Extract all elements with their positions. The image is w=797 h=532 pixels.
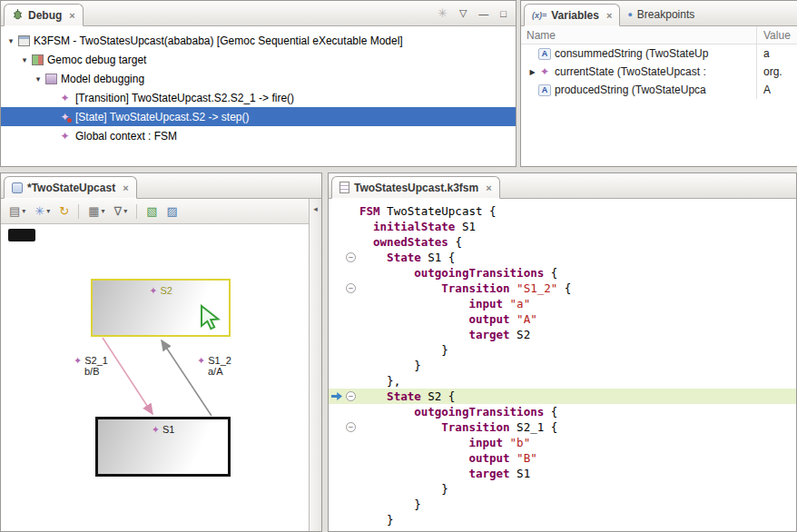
keyword-token: target [468,328,509,341]
maximize-icon[interactable]: □ [500,8,507,19]
tab-debug-label: Debug [28,9,62,22]
plain-token: S2 [510,328,531,341]
debug-tree-item[interactable]: ✦[Transition] TwoStateUpcast.S2.S2_1 -> … [1,88,516,107]
dropdown-arrow-icon[interactable]: ▾ [22,207,25,215]
tab-variables-label: Variables [551,9,599,22]
variables-icon: (x)= [532,11,546,20]
transition-label-S1_2[interactable]: ✦ S1_2 a/A [197,355,231,377]
tab-breakpoints-label: Breakpoints [637,8,694,21]
palette-collapse-icon[interactable]: ◂ [313,204,318,213]
code-gutter [329,342,359,358]
code-text: output "B" [359,450,537,466]
disconnect-icon[interactable]: ✳ [438,6,448,20]
code-text: } [359,342,448,358]
variable-name: producedString (TwoStateUpca [555,84,706,96]
instruction-pointer-icon [331,392,342,400]
code-line: } [329,342,796,358]
dropdown-arrow-icon[interactable]: ▾ [123,207,127,215]
code-gutter [329,311,359,327]
layers-icon: ▤ [9,204,20,218]
layers-button[interactable]: ▤▾ [6,202,28,220]
plain-token [359,467,468,480]
dropdown-arrow-icon[interactable]: ▾ [101,207,104,215]
close-icon[interactable]: × [69,10,74,21]
variables-table-header: Name Value [521,26,797,44]
plain-token [359,251,387,264]
diagram-canvas[interactable]: ✦S2 ✦S1 ✦ S2_1 b/B ✦ S1_2 a/A [1,224,309,531]
code-text: State S1 { [359,250,455,265]
string-token: "b" [510,436,531,449]
fold-marker-icon[interactable]: − [346,422,356,432]
code-line: − State S1 { [329,250,796,265]
tab-diagram-editor[interactable]: *TwoStateUpcast × [4,176,137,199]
variable-row[interactable]: AproducedString (TwoStateUpcaA [521,81,797,99]
debug-tree-item[interactable]: ✦[State] TwoStateUpcast.S2 -> step() [1,107,516,126]
code-text: FSM TwoStateUpcast { [359,203,497,219]
close-icon[interactable]: × [123,182,128,193]
variable-name-cell: ▶✦currentState (TwoStateUpcast : [521,63,757,81]
dropdown-arrow-icon[interactable]: ▾ [46,207,50,215]
expander-icon[interactable]: ▾ [32,74,44,84]
diamond-current-icon: ✦ [58,111,72,123]
select-button[interactable]: ✳▾ [32,202,53,220]
transition-edge-S1_2[interactable] [162,340,212,416]
variable-row[interactable]: ▶✦currentState (TwoStateUpcast :org. [521,63,797,81]
expander-icon[interactable]: ▶ [526,68,538,76]
funnel-button[interactable]: ∇▾ [111,202,130,220]
code-text: } [359,497,421,512]
column-header-value[interactable]: Value [757,29,791,42]
code-area[interactable]: FSM TwoStateUpcast { initialState S1 own… [329,199,796,527]
transition-label-S2_1[interactable]: ✦ S2_1 b/B [74,355,108,377]
close-icon[interactable]: × [486,182,491,193]
fold-marker-icon[interactable]: − [346,391,356,401]
code-line: input "a" [329,296,796,311]
variable-row[interactable]: AconsummedString (TwoStateUpa [521,44,797,63]
debug-tree-item[interactable]: ▾K3FSM - TwoStatesUpcast(abababa) [Gemoc… [1,31,516,50]
tab-code-editor[interactable]: TwoStatesUpcast.k3fsm × [331,176,500,199]
expander-icon[interactable]: ▾ [18,55,31,64]
transition-edge-S2_1[interactable] [103,338,153,414]
code-gutter [329,435,359,450]
debug-tree-item[interactable]: ▾Gemoc debug target [1,50,516,69]
code-gutter [329,219,359,234]
plain-token [359,451,468,465]
view-menu-icon[interactable]: ▽ [459,7,467,19]
code-gutter [329,497,359,512]
close-icon[interactable]: × [606,10,612,21]
export-table-icon: ▧ [146,204,157,218]
state-diamond-icon: ✦ [152,424,160,435]
debug-tree-item[interactable]: ▾Model debugging [1,69,516,88]
k3fsm-file-icon [339,182,349,193]
code-gutter [329,450,359,466]
transition-diamond-icon: ✦ [197,355,205,366]
string-var-icon: A [538,84,551,96]
string-var-icon: A [538,48,551,60]
plain-token: S1 [510,467,531,480]
clipboard-button[interactable]: ▦▾ [85,202,107,220]
plain-token [359,266,414,280]
code-text: Transition "S1_2" { [359,281,571,296]
expander-icon[interactable]: ▾ [5,36,17,45]
tab-breakpoints[interactable]: ● Breakpoints [620,3,702,25]
state-node-S1[interactable]: ✦S1 [95,417,231,477]
tab-debug[interactable]: Debug × [4,4,84,26]
thread-icon [45,74,57,84]
transition-name: S2_1 [84,355,108,366]
code-line: FSM TwoStateUpcast { [329,203,796,219]
code-gutter [329,265,359,281]
export-image-button[interactable]: ▨ [163,202,180,220]
export-table-button[interactable]: ▧ [143,202,160,220]
plain-token: TwoStateUpcast { [380,204,497,218]
fold-marker-icon[interactable]: − [346,283,356,293]
column-header-name[interactable]: Name [521,26,757,44]
minimize-icon[interactable]: — [478,8,488,19]
keyword-token: outgoingTransitions [414,266,544,280]
code-editor-tabbar: TwoStatesUpcast.k3fsm × [329,173,796,199]
fold-marker-icon[interactable]: − [346,252,356,262]
refresh-button[interactable]: ↻ [56,202,72,220]
variable-name: currentState (TwoStateUpcast : [555,65,706,78]
variable-name-cell: AproducedString (TwoStateUpca [521,81,757,99]
variable-value-cell: org. [757,65,782,78]
debug-tree-item[interactable]: ✦Global context : FSM [1,126,516,145]
tab-variables[interactable]: (x)= Variables × [524,4,620,26]
